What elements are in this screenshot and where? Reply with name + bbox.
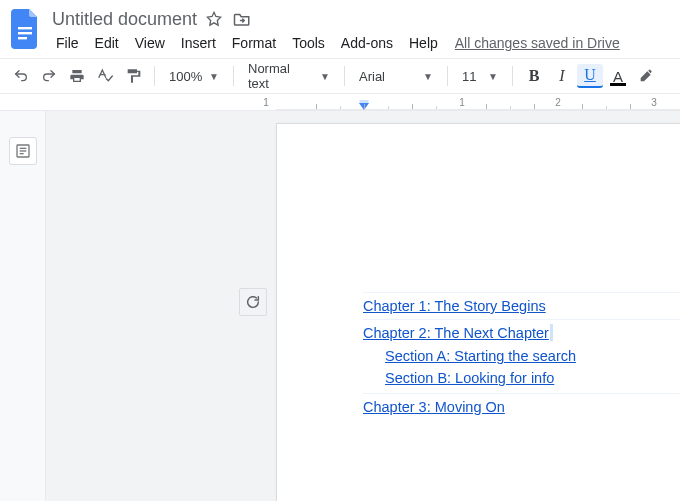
style-dropdown[interactable]: Normal text ▼ (242, 63, 336, 89)
toc-link[interactable]: Chapter 2: The Next Chapter (363, 325, 549, 341)
italic-button[interactable]: I (549, 63, 575, 89)
toc-link[interactable]: Section A: Starting the search (385, 348, 576, 364)
chevron-down-icon: ▼ (488, 71, 498, 82)
docs-logo-icon[interactable] (8, 6, 44, 52)
menu-insert[interactable]: Insert (174, 32, 223, 54)
text-caret (550, 324, 553, 341)
star-icon[interactable] (203, 8, 225, 30)
toc-link[interactable]: Chapter 1: The Story Begins (363, 298, 546, 314)
document-page[interactable]: Chapter 1: The Story Begins Chapter 2: T… (276, 123, 680, 501)
separator (344, 66, 345, 86)
toolbar: 100% ▼ Normal text ▼ Arial ▼ 11 ▼ B I U … (0, 58, 680, 94)
font-value: Arial (359, 69, 385, 84)
workspace: Chapter 1: The Story Begins Chapter 2: T… (0, 110, 680, 501)
undo-button[interactable] (8, 63, 34, 89)
document-title[interactable]: Untitled document (48, 9, 197, 30)
separator (154, 66, 155, 86)
fontsize-value: 11 (462, 69, 476, 84)
svg-rect-1 (18, 32, 32, 34)
move-to-folder-icon[interactable] (231, 8, 253, 30)
svg-rect-2 (18, 37, 27, 39)
menu-addons[interactable]: Add-ons (334, 32, 400, 54)
menu-help[interactable]: Help (402, 32, 445, 54)
menubar: File Edit View Insert Format Tools Add-o… (48, 30, 620, 56)
menu-view[interactable]: View (128, 32, 172, 54)
menu-format[interactable]: Format (225, 32, 283, 54)
outline-toggle-button[interactable] (9, 137, 37, 165)
bold-button[interactable]: B (521, 63, 547, 89)
menu-file[interactable]: File (49, 32, 86, 54)
spellcheck-button[interactable] (92, 63, 118, 89)
font-dropdown[interactable]: Arial ▼ (353, 63, 439, 89)
outline-panel (0, 111, 46, 501)
text-color-button[interactable]: A (605, 63, 631, 89)
menu-tools[interactable]: Tools (285, 32, 332, 54)
chevron-down-icon: ▼ (209, 71, 219, 82)
chevron-down-icon: ▼ (423, 71, 433, 82)
toc-link[interactable]: Chapter 3: Moving On (363, 399, 505, 415)
save-status[interactable]: All changes saved in Drive (447, 35, 620, 51)
table-of-contents: Chapter 1: The Story Begins Chapter 2: T… (363, 292, 680, 420)
redo-button[interactable] (36, 63, 62, 89)
underline-button[interactable]: U (577, 64, 603, 88)
menu-edit[interactable]: Edit (88, 32, 126, 54)
svg-rect-0 (18, 27, 32, 29)
toc-link[interactable]: Section B: Looking for info (385, 370, 554, 386)
style-value: Normal text (248, 61, 314, 91)
toc-refresh-button[interactable] (239, 288, 267, 316)
paint-format-button[interactable] (120, 63, 146, 89)
chevron-down-icon: ▼ (320, 71, 330, 82)
ruler-number: 1 (263, 97, 269, 108)
print-button[interactable] (64, 63, 90, 89)
separator (233, 66, 234, 86)
ruler-number: 1 (459, 97, 465, 108)
fontsize-dropdown[interactable]: 11 ▼ (456, 63, 504, 89)
ruler-number: 2 (555, 97, 561, 108)
zoom-value: 100% (169, 69, 202, 84)
separator (512, 66, 513, 86)
ruler-number: 3 (651, 97, 657, 108)
ruler[interactable]: 1 1 2 3 (276, 94, 680, 110)
separator (447, 66, 448, 86)
highlight-button[interactable] (633, 63, 659, 89)
zoom-dropdown[interactable]: 100% ▼ (163, 63, 225, 89)
